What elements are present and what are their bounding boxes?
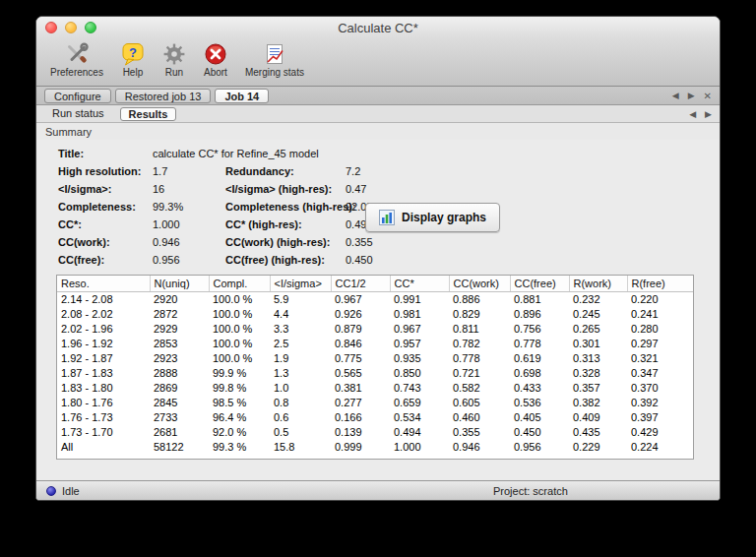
table-row[interactable]: 1.73 - 1.70268192.0 %0.50.1390.4940.3550… (57, 424, 693, 439)
summary-label: Title: (58, 148, 153, 159)
table-cell: 5.9 (270, 291, 331, 306)
toolbar-button-abort[interactable]: Abort (198, 41, 233, 79)
table-cell: 0.999 (331, 439, 390, 454)
table-cell: 0.232 (569, 291, 627, 306)
toolbar-button-label: Help (123, 67, 144, 78)
table-cell: 98.5 % (209, 395, 270, 409)
table-cell: 1.80 - 1.76 (57, 395, 150, 409)
table-cell: 0.382 (569, 395, 627, 409)
svg-text:?: ? (129, 45, 137, 60)
table-cell: 0.297 (627, 336, 693, 350)
table-header-cc1-2[interactable]: CC1/2 (331, 276, 390, 291)
table-header-reso[interactable]: Reso. (57, 276, 150, 291)
table-row[interactable]: 1.83 - 1.80286999.8 %1.00.3810.7430.5820… (57, 380, 693, 395)
subtab-bar: Run statusResults ◀ ▶ (36, 105, 720, 123)
table-cell: 0.886 (449, 291, 510, 306)
minimize-window-icon[interactable] (65, 22, 77, 33)
table-cell: 1.76 - 1.73 (57, 409, 150, 424)
close-window-icon[interactable] (45, 22, 57, 33)
table-row[interactable]: 2.14 - 2.082920100.0 %5.90.9670.9910.886… (57, 291, 693, 306)
title-bar[interactable]: Calculate CC* (36, 17, 720, 38)
table-cell: 0.139 (331, 424, 390, 439)
table-header-cc-free[interactable]: CC(free) (510, 276, 569, 291)
section-label: Summary (45, 126, 92, 138)
table-cell: 0.881 (510, 291, 569, 306)
table-cell: 0.357 (569, 380, 627, 395)
tab-configure[interactable]: Configure (44, 89, 111, 103)
table-row[interactable]: 1.87 - 1.83288899.9 %1.30.5650.8500.7210… (57, 365, 693, 380)
tab-next-button[interactable]: ▶ (688, 91, 695, 100)
table-cell: 1.000 (390, 439, 449, 454)
table-cell: 1.83 - 1.80 (57, 380, 150, 395)
table-cell: 0.265 (569, 321, 627, 336)
table-cell: 96.4 % (209, 409, 270, 424)
table-header-cc[interactable]: CC* (390, 276, 449, 291)
table-row[interactable]: 1.80 - 1.76284598.5 %0.80.2770.6590.6050… (57, 395, 693, 409)
summary-label: CC(free): (58, 254, 153, 266)
results-panel: Title:calculate CC* for Refine_45 modelH… (36, 140, 720, 480)
table-row[interactable]: 1.76 - 1.73273396.4 %0.60.1660.5340.4600… (57, 409, 693, 424)
table-cell: 0.926 (331, 306, 390, 321)
table-cell: 0.224 (627, 439, 693, 454)
bar-chart-icon (379, 210, 395, 225)
table-cell: 0.355 (449, 424, 510, 439)
table-cell: 0.967 (390, 321, 449, 336)
tab-restored-job-13[interactable]: Restored job 13 (115, 89, 212, 103)
toolbar-button-label: Run (165, 67, 183, 78)
table-row[interactable]: 2.08 - 2.022872100.0 %4.40.9260.9810.829… (57, 306, 693, 321)
subtab-run-status[interactable]: Run status (44, 107, 112, 121)
table-cell: 0.778 (510, 336, 569, 350)
table-row[interactable]: 1.92 - 1.872923100.0 %1.90.7750.9350.778… (57, 350, 693, 365)
summary-label: CC*: (58, 218, 153, 230)
statistics-table: Reso.N(uniq)Compl.<I/sigma>CC1/2CC*CC(wo… (57, 276, 693, 454)
summary-value: 0.946 (153, 236, 225, 248)
toolbar-button-run[interactable]: Run (157, 41, 192, 79)
help-icon: ? (121, 42, 145, 66)
tab-close-button[interactable]: ✕ (704, 91, 712, 101)
table-cell: 0.321 (627, 350, 693, 365)
table-cell: 0.782 (449, 336, 510, 350)
status-text: Idle (62, 485, 80, 497)
table-cell: 0.405 (510, 409, 569, 424)
table-header-n-uniq[interactable]: N(uniq) (150, 276, 209, 291)
table-header-i-sigma[interactable]: <I/sigma> (270, 276, 331, 291)
table-header-compl[interactable]: Compl. (209, 276, 270, 291)
table-cell: 0.494 (390, 424, 449, 439)
table-cell: 0.957 (390, 336, 449, 350)
table-header-r-free[interactable]: R(free) (627, 276, 693, 291)
subtab-results[interactable]: Results (120, 107, 177, 121)
table-cell: 1.96 - 1.92 (57, 336, 150, 350)
table-cell: 58122 (150, 439, 209, 454)
table-cell: 0.879 (331, 321, 390, 336)
toolbar-button-preferences[interactable]: Preferences (44, 41, 109, 79)
table-cell: 0.280 (627, 321, 693, 336)
table-cell: 0.429 (627, 424, 693, 439)
table-cell: 2888 (150, 365, 209, 380)
display-graphs-button[interactable]: Display graphs (365, 203, 500, 232)
table-header-cc-work[interactable]: CC(work) (449, 276, 510, 291)
toolbar-button-help[interactable]: ?Help (115, 41, 151, 79)
table-row[interactable]: 2.02 - 1.962929100.0 %3.30.8790.9670.811… (57, 321, 693, 336)
tab-prev-button[interactable]: ◀ (672, 91, 679, 100)
table-cell: 0.981 (390, 306, 449, 321)
tab-nav: ◀ ▶ ✕ (672, 91, 712, 101)
summary-value: 0.956 (153, 254, 225, 266)
subtab-next-button[interactable]: ▶ (705, 109, 712, 119)
summary-label: <I/sigma> (high-res): (225, 183, 346, 195)
tab-job-14[interactable]: Job 14 (215, 89, 269, 103)
traffic-lights (45, 22, 96, 33)
abort-icon (204, 42, 227, 66)
subtab-prev-button[interactable]: ◀ (689, 109, 696, 119)
statistics-table-container: Reso.N(uniq)Compl.<I/sigma>CC1/2CC*CC(wo… (56, 275, 694, 460)
table-row[interactable]: 1.96 - 1.922853100.0 %2.50.8460.9570.782… (57, 336, 693, 350)
table-cell: 92.0 % (209, 424, 270, 439)
zoom-window-icon[interactable] (85, 22, 96, 33)
table-cell: 0.370 (627, 380, 693, 395)
toolbar-button-merging-stats[interactable]: Merging stats (239, 41, 310, 79)
subtab-nav: ◀ ▶ (689, 109, 712, 119)
table-row[interactable]: All5812299.3 %15.80.9991.0000.9460.9560.… (57, 439, 693, 454)
summary-value: 99.3% (153, 201, 225, 213)
toolbar-button-label: Preferences (50, 67, 103, 78)
status-bar: Idle Project: scratch (36, 480, 720, 500)
table-header-r-work[interactable]: R(work) (569, 276, 627, 291)
